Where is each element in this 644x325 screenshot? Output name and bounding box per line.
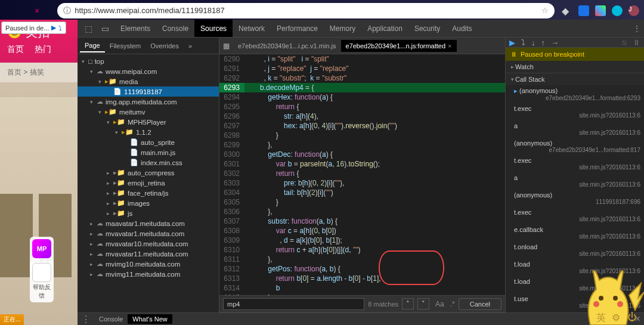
- drawer-tab-whatsnew[interactable]: What's New: [128, 314, 172, 324]
- resume-icon[interactable]: ▶: [51, 24, 56, 32]
- callstack-frame[interactable]: (anonymous)e7ebed2b20349e1...formatted:8…: [506, 138, 644, 155]
- find-bar: 8 matches ˄ ˅ Aa .* Cancel: [219, 295, 505, 312]
- drawer-tab-console[interactable]: Console: [94, 314, 128, 324]
- tree-node[interactable]: ▸☁mvavatar11.meitudata.com: [78, 249, 219, 259]
- step-into-icon[interactable]: ↓: [531, 38, 535, 47]
- more-icon[interactable]: ⋮: [633, 24, 640, 33]
- tree-node[interactable]: ▸☁mvavatar1.meitudata.com: [78, 228, 219, 239]
- step-icon[interactable]: ⤵: [58, 24, 62, 32]
- step-out-icon[interactable]: ↑: [541, 38, 546, 47]
- tree-node[interactable]: ▾☁www.meipai.com: [78, 66, 219, 76]
- device-icon[interactable]: ▭: [101, 24, 111, 33]
- tree-node[interactable]: ▾☁img.app.meitudata.com: [78, 97, 219, 107]
- step-icon[interactable]: →: [551, 38, 559, 47]
- tree-node[interactable]: ▸▸📁emoji_retina: [78, 178, 219, 188]
- callstack-frame[interactable]: t.loadsite.min.js?20160113:6: [506, 259, 644, 276]
- code-editor: ▦ e7ebed2b20349e1...i.pc.v1.min.jse7ebed…: [219, 38, 506, 325]
- devtools-panel: ⬚ ▭ ElementsConsoleSourcesNetworkPerform…: [78, 20, 644, 325]
- devtools-tab-memory[interactable]: Memory: [324, 20, 361, 37]
- nav-hot[interactable]: 热门: [35, 44, 51, 55]
- tree-node[interactable]: ▸▸📁js: [78, 208, 219, 218]
- close-icon[interactable]: ×: [448, 42, 451, 49]
- devtools-tab-security[interactable]: Security: [408, 20, 446, 37]
- devtools-tab-network[interactable]: Network: [233, 20, 271, 37]
- sources-navigator: PageFilesystemOverrides» ▾□top▾☁www.meip…: [78, 38, 219, 325]
- tree-node[interactable]: ▸☁mvimg10.meitudata.com: [78, 259, 219, 269]
- callstack-frame[interactable]: asite.min.js?20160113:6: [506, 172, 644, 190]
- callstack-frame[interactable]: t.usesite.min.js?20160113:6: [506, 293, 644, 311]
- pause-exceptions-icon[interactable]: ⏸: [633, 38, 640, 47]
- tab-close-icon[interactable]: ×: [35, 6, 39, 16]
- sources-subtab-overrides[interactable]: Overrides: [145, 40, 184, 52]
- watch-section[interactable]: ▸Watch: [506, 61, 644, 73]
- drawer: ⋮ Console What's New ×: [78, 312, 644, 325]
- tree-node[interactable]: ▸▸📁face_retina/js: [78, 188, 219, 198]
- devtools-tab-audits[interactable]: Audits: [446, 20, 478, 37]
- inspect-icon[interactable]: ⬚: [85, 24, 94, 33]
- callstack-frame[interactable]: asite.min.js?20160113:6: [506, 120, 644, 138]
- tree-node[interactable]: ▾▸📁media: [78, 76, 219, 86]
- callstack-frame[interactable]: t.execsite.min.js?20160113:6: [506, 155, 644, 172]
- paused-overlay[interactable]: Paused in de... ▶ ⤵: [1, 21, 66, 34]
- resume-icon[interactable]: ▶: [509, 38, 515, 47]
- tree-node[interactable]: ▾▸📁meitumv: [78, 107, 219, 117]
- extension-icon[interactable]: [578, 5, 589, 16]
- tree-node[interactable]: ▾▸📁1.1.2: [78, 127, 219, 137]
- callstack-frame[interactable]: e.callbacksite.min.js?20160113:6: [506, 224, 644, 242]
- tree-node[interactable]: ▸☁mvavatar10.meitudata.com: [78, 239, 219, 249]
- profile-avatar[interactable]: J: [628, 5, 639, 16]
- tree-node[interactable]: ▸▸📁auto_compress: [78, 168, 219, 178]
- find-next-button[interactable]: ˅: [417, 298, 429, 309]
- devtools-tab-elements[interactable]: Elements: [114, 20, 156, 37]
- address-bar[interactable]: ⓘ https://www.meipai.com/media/111991818…: [57, 3, 555, 18]
- nav-home[interactable]: 首页: [7, 44, 24, 55]
- breadcrumb[interactable]: 首页 > 搞笑: [0, 63, 78, 82]
- match-case-icon[interactable]: Aa: [435, 300, 444, 308]
- extension-icons: ◆ J: [562, 5, 639, 16]
- sources-subtab-page[interactable]: Page: [80, 39, 105, 52]
- sources-subtab-filesystem[interactable]: Filesystem: [105, 40, 146, 52]
- feedback-button[interactable]: 帮助反馈: [30, 261, 54, 302]
- tree-node[interactable]: 📄main.min.js: [78, 147, 219, 157]
- more-icon[interactable]: »: [184, 40, 197, 52]
- callstack-frame[interactable]: t.onloadsite.min.js?20160113:6: [506, 242, 644, 259]
- callstack-section[interactable]: ▾Call Stack: [506, 73, 644, 85]
- extension-icon[interactable]: [595, 5, 606, 16]
- mascot-lang-icon[interactable]: 英: [596, 312, 607, 323]
- tree-node[interactable]: 📄index.min.css: [78, 157, 219, 168]
- callstack-frame[interactable]: t.loadsite.min.js?20160113:6: [506, 276, 644, 293]
- regex-icon[interactable]: .*: [450, 300, 455, 308]
- tree-node[interactable]: 📄auto_sprite: [78, 137, 219, 147]
- tab-list-icon[interactable]: ▦: [219, 42, 233, 50]
- devtools-toolbar: ⬚ ▭ ElementsConsoleSourcesNetworkPerform…: [78, 20, 644, 38]
- callstack-frame[interactable]: (anonymous)1119918187:696: [506, 190, 644, 207]
- callstack-frame[interactable]: (anonymous)e7ebed2b20349e1...formatted:6…: [506, 85, 644, 103]
- step-over-icon[interactable]: ⤵: [521, 38, 525, 47]
- file-tree[interactable]: ▾□top▾☁www.meipai.com▾▸📁media📄1119918187…: [78, 54, 219, 325]
- tree-node[interactable]: ▸☁maavatar1.meitudata.com: [78, 218, 219, 228]
- editor-tab[interactable]: e7ebed2b20349e1...i.pc.v1.min.js: [233, 40, 341, 52]
- editor-tab[interactable]: e7ebed2b20349e1...n.js:formatted×: [341, 40, 457, 52]
- callstack-frame[interactable]: t.execsite.min.js?20160113:6: [506, 103, 644, 120]
- deactivate-breakpoints-icon[interactable]: ⦸: [622, 38, 627, 47]
- drawer-menu-icon[interactable]: ⋮: [81, 314, 91, 325]
- devtools-tab-performance[interactable]: Performance: [271, 20, 324, 37]
- devtools-tab-sources[interactable]: Sources: [194, 20, 233, 37]
- tree-node[interactable]: 📄1119918187: [78, 86, 219, 97]
- find-input[interactable]: [223, 298, 364, 310]
- star-icon[interactable]: ☆: [541, 6, 549, 15]
- code-area[interactable]: 6290 , i = "split" i = "split"6291 , j =…: [219, 54, 505, 295]
- extension-icon[interactable]: [612, 5, 623, 16]
- tree-node[interactable]: ▸▸📁images: [78, 198, 219, 208]
- devtools-tab-console[interactable]: Console: [156, 20, 194, 37]
- devtools-tab-application[interactable]: Application: [361, 20, 408, 37]
- tree-node[interactable]: ▾▸📁MPH5Player: [78, 117, 219, 127]
- callstack-frame[interactable]: t.execsite.min.js?20160113:6: [506, 207, 644, 224]
- mascot-gear-icon[interactable]: ⚙: [612, 312, 623, 323]
- tree-node[interactable]: ▸☁mvimg11.meitudata.com: [78, 269, 219, 279]
- tree-node[interactable]: ▾□top: [78, 57, 219, 66]
- extension-icon[interactable]: ◆: [562, 5, 572, 16]
- find-cancel-button[interactable]: Cancel: [459, 298, 501, 310]
- find-prev-button[interactable]: ˄: [402, 298, 414, 309]
- mascot-power-icon[interactable]: ⏻: [627, 312, 638, 323]
